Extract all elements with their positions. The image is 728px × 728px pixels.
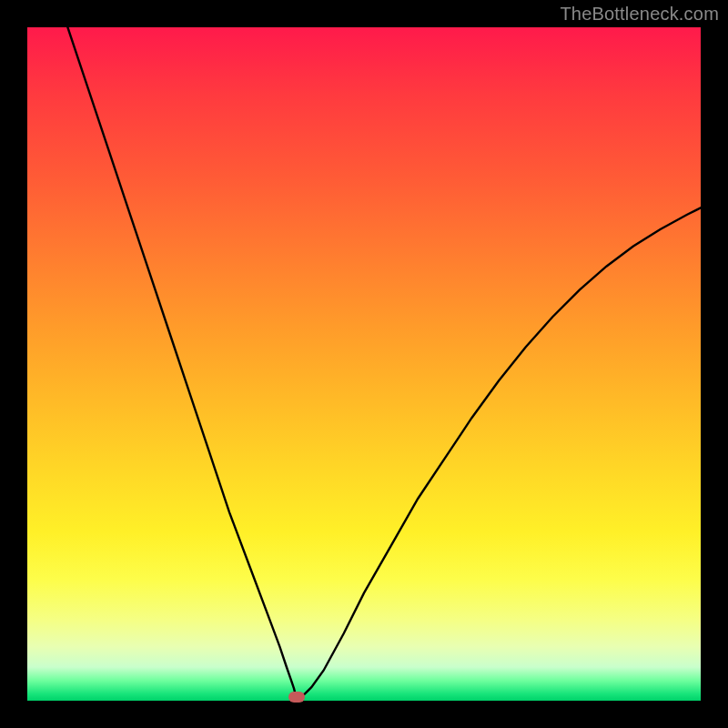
plot-area [27,27,701,701]
outer-frame: TheBottleneck.com [0,0,728,728]
optimal-point-marker [288,692,305,703]
bottleneck-curve [27,27,701,701]
watermark-text: TheBottleneck.com [560,4,719,25]
